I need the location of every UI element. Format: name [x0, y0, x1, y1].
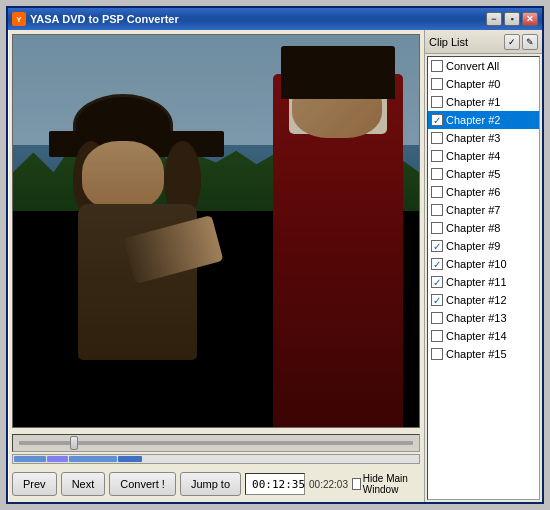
hide-window-label[interactable]: Hide Main Window: [352, 473, 420, 495]
clip-list-header: Clip List ✓ ✎: [425, 30, 542, 54]
slider-track: [19, 441, 413, 445]
clip-item[interactable]: Chapter #14: [428, 327, 539, 345]
clip-label: Chapter #2: [446, 114, 500, 126]
clip-label: Chapter #4: [446, 150, 500, 162]
clip-label: Chapter #15: [446, 348, 507, 360]
clip-item[interactable]: Chapter #8: [428, 219, 539, 237]
clip-checkbox[interactable]: [431, 330, 443, 342]
clip-checkbox[interactable]: [431, 348, 443, 360]
clip-checkbox[interactable]: [431, 168, 443, 180]
prev-button[interactable]: Prev: [12, 472, 57, 496]
slider-thumb[interactable]: [70, 436, 78, 450]
clip-label: Chapter #6: [446, 186, 500, 198]
clip-checkbox[interactable]: ✓: [431, 276, 443, 288]
clip-checkbox[interactable]: [431, 96, 443, 108]
progress-area: [12, 432, 420, 466]
clip-label: Chapter #11: [446, 276, 507, 288]
time-display: 00:12:35: [245, 473, 305, 495]
minimize-button[interactable]: −: [486, 12, 502, 26]
clip-label: Chapter #0: [446, 78, 500, 90]
time-value: 00:12:35: [252, 478, 305, 491]
title-buttons: − ▪ ✕: [486, 12, 538, 26]
jump-to-button[interactable]: Jump to: [180, 472, 241, 496]
right-panel: Clip List ✓ ✎ Convert AllChapter #0Chapt…: [424, 30, 542, 502]
clip-checkbox[interactable]: [431, 186, 443, 198]
clip-item[interactable]: Chapter #1: [428, 93, 539, 111]
clip-checkbox[interactable]: [431, 204, 443, 216]
progress-bar-area: [12, 454, 420, 464]
clip-label: Chapter #10: [446, 258, 507, 270]
clip-checkbox[interactable]: [431, 78, 443, 90]
clip-label: Chapter #3: [446, 132, 500, 144]
title-bar: Y YASA DVD to PSP Converter − ▪ ✕: [8, 8, 542, 30]
clip-checkbox[interactable]: [431, 312, 443, 324]
clip-checkbox[interactable]: [431, 150, 443, 162]
clip-label: Chapter #13: [446, 312, 507, 324]
clip-item[interactable]: Chapter #13: [428, 309, 539, 327]
clip-item[interactable]: Convert All: [428, 57, 539, 75]
clip-item[interactable]: Chapter #4: [428, 147, 539, 165]
clip-list-body[interactable]: Convert AllChapter #0Chapter #1✓Chapter …: [427, 56, 540, 500]
clip-item[interactable]: ✓Chapter #11: [428, 273, 539, 291]
progress-slider[interactable]: [12, 434, 420, 452]
clip-label: Chapter #8: [446, 222, 500, 234]
time-extra: 00:22:03: [309, 479, 348, 490]
clip-checkbox[interactable]: [431, 60, 443, 72]
clip-checkbox[interactable]: ✓: [431, 240, 443, 252]
dark-overlay: [13, 35, 419, 427]
hide-window-text: Hide Main Window: [363, 473, 420, 495]
window-title: YASA DVD to PSP Converter: [30, 13, 179, 25]
progress-segments: [13, 455, 419, 463]
left-panel: Prev Next Convert ! Jump to 00:12:35 00:…: [8, 30, 424, 502]
maximize-button[interactable]: ▪: [504, 12, 520, 26]
clip-checkbox[interactable]: [431, 222, 443, 234]
clip-item[interactable]: Chapter #0: [428, 75, 539, 93]
clip-item[interactable]: Chapter #3: [428, 129, 539, 147]
main-content: Prev Next Convert ! Jump to 00:12:35 00:…: [8, 30, 542, 502]
clip-list-title: Clip List: [429, 36, 468, 48]
clip-label: Chapter #1: [446, 96, 500, 108]
clip-list-edit-icon[interactable]: ✎: [522, 34, 538, 50]
progress-seg-1: [14, 456, 46, 462]
clip-label: Chapter #14: [446, 330, 507, 342]
progress-seg-3: [69, 456, 117, 462]
clip-item[interactable]: Chapter #7: [428, 201, 539, 219]
clip-list-check-icon[interactable]: ✓: [504, 34, 520, 50]
close-button[interactable]: ✕: [522, 12, 538, 26]
clip-item[interactable]: ✓Chapter #9: [428, 237, 539, 255]
progress-seg-2: [47, 456, 67, 462]
title-bar-left: Y YASA DVD to PSP Converter: [12, 12, 179, 26]
clip-label: Chapter #9: [446, 240, 500, 252]
clip-item[interactable]: Chapter #5: [428, 165, 539, 183]
progress-seg-4: [118, 456, 142, 462]
clip-label: Chapter #5: [446, 168, 500, 180]
clip-label: Chapter #12: [446, 294, 507, 306]
convert-button[interactable]: Convert !: [109, 472, 176, 496]
clip-checkbox[interactable]: ✓: [431, 114, 443, 126]
clip-label: Chapter #7: [446, 204, 500, 216]
next-button[interactable]: Next: [61, 472, 106, 496]
hide-window-checkbox[interactable]: [352, 478, 361, 490]
main-window: Y YASA DVD to PSP Converter − ▪ ✕: [6, 6, 544, 504]
header-icons: ✓ ✎: [504, 34, 538, 50]
clip-checkbox[interactable]: [431, 132, 443, 144]
video-area: [12, 34, 420, 428]
clip-item[interactable]: Chapter #15: [428, 345, 539, 363]
clip-item[interactable]: ✓Chapter #2: [428, 111, 539, 129]
clip-checkbox[interactable]: ✓: [431, 258, 443, 270]
clip-item[interactable]: ✓Chapter #12: [428, 291, 539, 309]
clip-item[interactable]: ✓Chapter #10: [428, 255, 539, 273]
controls-row: Prev Next Convert ! Jump to 00:12:35 00:…: [12, 470, 420, 498]
clip-checkbox[interactable]: ✓: [431, 294, 443, 306]
video-frame: [13, 35, 419, 427]
clip-label: Convert All: [446, 60, 499, 72]
app-icon: Y: [12, 12, 26, 26]
clip-item[interactable]: Chapter #6: [428, 183, 539, 201]
